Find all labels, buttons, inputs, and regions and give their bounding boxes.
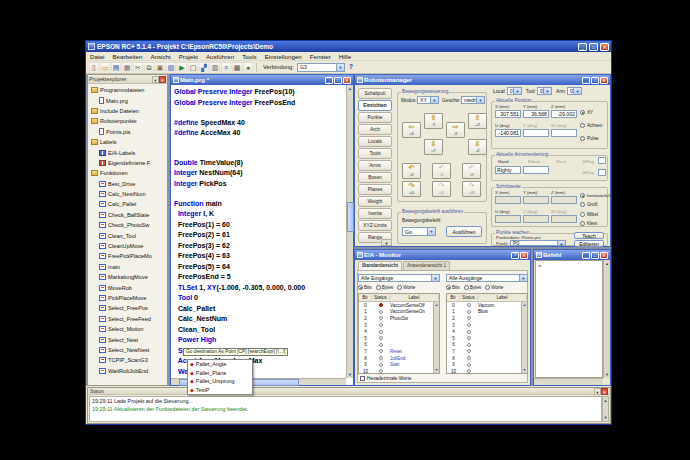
project-window-icon[interactable]: ▧	[166, 62, 176, 72]
menu-bearbeiten[interactable]: Bearbeiten	[108, 52, 146, 60]
field-u-deg[interactable]: -140.081	[495, 129, 521, 137]
command-input-area[interactable]: >	[535, 260, 603, 378]
code-line[interactable]: Power High	[174, 335, 346, 346]
close-icon[interactable]: ✕	[601, 388, 608, 395]
execute-button[interactable]: Ausführen	[446, 226, 482, 237]
jog-minus-v-button[interactable]: ↶-V	[432, 163, 451, 179]
field-w-deg[interactable]	[551, 129, 577, 137]
table-row[interactable]: 9	[447, 361, 527, 368]
jog-plusminus-u-button[interactable]: ↷+U	[402, 181, 421, 197]
code-line[interactable]: FreePosEnd = 5	[174, 272, 346, 283]
tab-planes[interactable]: Planes	[358, 184, 392, 195]
vertical-scrollbar[interactable]: ▲ ▼	[603, 260, 610, 378]
paste-icon[interactable]: ▣	[155, 62, 165, 72]
table-row[interactable]: 6	[359, 342, 439, 349]
code-line[interactable]: FreePos(3) = 62	[174, 241, 346, 252]
scrollbar-thumb[interactable]	[347, 202, 354, 232]
code-line[interactable]: Function main	[174, 199, 346, 210]
close-button[interactable]: ✕	[600, 77, 608, 84]
radio-worte[interactable]: Worte	[397, 285, 415, 290]
field-x-mm[interactable]: 307.551	[495, 110, 521, 118]
code-line[interactable]: FreePos(1) = 60	[174, 220, 346, 231]
maximize-button[interactable]: □	[589, 43, 598, 51]
jog-minus-w-button[interactable]: ↶-W	[462, 163, 481, 179]
tree-item-main-prg[interactable]: Main.prg	[88, 95, 167, 105]
tab-locals[interactable]: Locals	[358, 136, 392, 147]
tree-item-clean-tool[interactable]: Clean_Tool	[88, 230, 167, 240]
task-manager-icon[interactable]: ▩	[232, 62, 242, 72]
tree-item-check-ballstate[interactable]: Check_BallState	[88, 210, 167, 220]
code-line[interactable]: Integer PickPos	[174, 179, 346, 190]
table-row[interactable]: 9Start	[359, 361, 439, 368]
jog-minus-z-button[interactable]: ⇩-Z	[468, 139, 487, 155]
point-select[interactable]: P0 ▾	[510, 240, 566, 246]
code-line[interactable]: FreePos(4) = 63	[174, 251, 346, 262]
radio-bytes[interactable]: Bytes	[464, 285, 482, 290]
tree-item-calc-pallet[interactable]: Calc_Pallet	[88, 199, 167, 209]
hex-values-checkbox[interactable]: Hexadezimale Werte	[360, 376, 411, 381]
menu-ansicht[interactable]: Ansicht	[146, 52, 174, 60]
table-row[interactable]: 4	[447, 328, 527, 335]
table-row[interactable]: 5	[447, 335, 527, 342]
table-row[interactable]: 2PhotoSw	[359, 315, 439, 322]
code-line[interactable]: Integer NestNum(64)	[174, 168, 346, 179]
tab-punkte[interactable]: Punkte	[358, 112, 392, 123]
jog-minus-u-button[interactable]: ↶-U	[402, 163, 421, 179]
code-line[interactable]: FreePos(5) = 64	[174, 262, 346, 273]
code-line[interactable]: Tool 0	[174, 293, 346, 304]
code-line[interactable]	[174, 148, 346, 158]
motion-command-select[interactable]: Go ▾	[402, 227, 436, 236]
tree-item-select-freefeed[interactable]: Select_FreeFeed	[88, 314, 167, 324]
tab-arms[interactable]: Arms	[358, 160, 392, 171]
code-line[interactable]: #define SpeedMax 40	[174, 118, 346, 129]
code-line[interactable]: #define AcceMax 40	[174, 128, 346, 139]
table-row[interactable]: 6	[447, 342, 527, 349]
io-monitor-icon[interactable]: ≡	[221, 62, 231, 72]
cut-icon[interactable]: ✂	[133, 62, 143, 72]
tree-item-moverob[interactable]: MoveRob	[88, 282, 167, 292]
tree-item-freepickplacemo[interactable]: FreePickPlaceMo	[88, 251, 167, 261]
radio-bits[interactable]: Bits	[446, 285, 460, 290]
radio-gro[interactable]: Groß	[580, 201, 597, 209]
close-button[interactable]: ✕	[600, 43, 609, 51]
tool-select[interactable]: 0▾	[537, 87, 552, 95]
tree-item-eigendefinierte-f[interactable]: Eigendefinierte F	[88, 158, 167, 168]
save-all-icon[interactable]: ▤	[111, 62, 121, 72]
maximize-button[interactable]: □	[334, 77, 342, 84]
code-line[interactable]: Clean_Tool	[174, 325, 346, 336]
radio-bytes[interactable]: Bytes	[376, 285, 394, 290]
tree-item-points-pts[interactable]: Points.pts	[88, 127, 167, 137]
code-line[interactable]: Calc_NestNum	[174, 314, 346, 325]
robot-manager-icon[interactable]: ▞	[199, 62, 209, 72]
jog-minus-x-button[interactable]: ⇨-X	[446, 122, 465, 138]
autocomplete-item-pallet-angle[interactable]: ◆Pallet_Angle	[188, 360, 252, 369]
scroll-down-icon[interactable]: ▼	[604, 371, 610, 378]
pin-button[interactable]: ▾	[152, 76, 159, 83]
tree-item-include-dateien[interactable]: Include Dateien	[88, 106, 167, 116]
tree-item-main[interactable]: main	[88, 262, 167, 272]
run-window-icon[interactable]: ▶	[177, 62, 187, 72]
jog-plusminus-v-button[interactable]: ↷+V	[432, 181, 451, 197]
table-row[interactable]: 0Vaccum	[447, 302, 527, 309]
table-row[interactable]: 3	[359, 322, 439, 329]
tree-item-calc-nestnum[interactable]: Calc_NestNum	[88, 189, 167, 199]
scroll-up-icon[interactable]: ▲	[604, 260, 610, 267]
local-select[interactable]: 0▾	[507, 87, 522, 95]
table-row[interactable]: 7Reset	[359, 348, 439, 355]
operator-window-icon[interactable]: ▢	[188, 62, 198, 72]
autocomplete-item-pallet-ursprung[interactable]: ◆Pallet_Ursprung	[188, 377, 252, 386]
speed-select[interactable]: niedrig ▾	[461, 96, 485, 104]
tab-arch[interactable]: Arch	[358, 124, 392, 135]
radio-pulse[interactable]: Pulse	[580, 134, 599, 142]
copy-icon[interactable]: ⧉	[144, 62, 154, 72]
robot-manager-titlebar[interactable]: Robotermanager _ □ ✕	[355, 75, 610, 85]
tree-item-select-freepos[interactable]: Select_FreePos	[88, 303, 167, 313]
menu-datei[interactable]: Datei	[86, 52, 108, 60]
radio-kontinuierlich[interactable]: kontinuierlich	[580, 191, 611, 199]
table-row[interactable]: 4	[359, 328, 439, 335]
tab-anwenderansicht-1[interactable]: Anwenderansicht 1	[403, 261, 450, 270]
arm-select[interactable]: 0▾	[567, 87, 582, 95]
code-line[interactable]	[174, 139, 346, 149]
table-row[interactable]: 7	[447, 348, 527, 355]
table-scrollbar[interactable]: ▲▼	[521, 302, 527, 373]
